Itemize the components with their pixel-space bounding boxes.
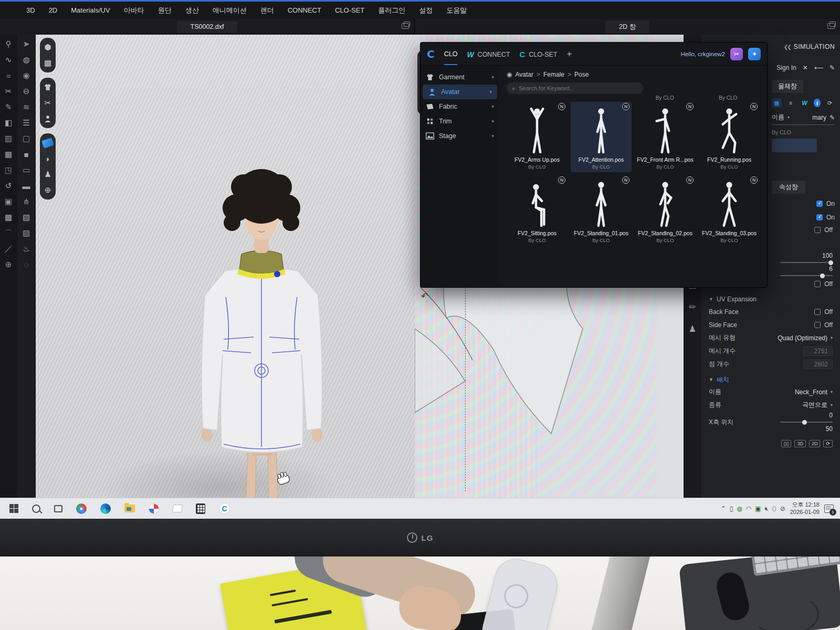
calculator-icon[interactable] [196, 503, 205, 514]
md-app-icon[interactable]: ✦ [748, 48, 761, 60]
two-ply-checkbox[interactable] [814, 281, 821, 287]
update-tray-icon[interactable]: ⊘ [780, 505, 785, 512]
2d-window-tab[interactable]: 2D 창 [605, 20, 649, 34]
chrome-icon[interactable] [76, 503, 87, 514]
reset-view-icon[interactable]: ⟳ [823, 440, 833, 447]
pinwheel-app-icon[interactable] [149, 503, 159, 514]
show-mannequin-icon[interactable]: ♟ [42, 169, 54, 180]
padding-tool-icon[interactable]: ▬ [19, 178, 34, 193]
garment-file-tab[interactable]: TS0002.dxf [177, 21, 238, 33]
select-tool-icon[interactable]: ➤ [19, 37, 34, 51]
shirt-zip-tool-icon[interactable]: ▧ [19, 210, 34, 225]
clo-app-icon[interactable]: C [219, 503, 230, 514]
arrangement-type-dropdown[interactable]: 곡면으로▾ [802, 401, 833, 410]
list-view-toggle-icon[interactable]: ≡ [786, 98, 796, 108]
menu-plugin[interactable]: 플러그인 [378, 6, 405, 15]
binding-tool-icon[interactable]: ■ [19, 147, 34, 162]
pose-item-standing-03[interactable]: N FV2_Standing_03.pos By CLO [699, 175, 760, 246]
pose-item-standing-02[interactable]: N FV2_Standing_02.pos By CLO [635, 175, 696, 246]
show-fabric-icon[interactable] [42, 137, 54, 149]
float-window-icon-2[interactable] [827, 23, 835, 29]
show-pins-icon[interactable]: ◗ [42, 153, 54, 164]
zipper-edit-tool-icon[interactable]: ☰ [19, 116, 34, 130]
menu-render[interactable]: 렌더 [260, 6, 274, 15]
tee-tool-icon[interactable]: ▣ [1, 194, 16, 209]
sidebar-item-avatar[interactable]: Avatar▾ [423, 85, 497, 99]
menu-settings[interactable]: 설정 [419, 6, 433, 15]
chevron-down-icon-3[interactable]: ▾ [491, 104, 494, 109]
info-icon-2[interactable]: i [814, 99, 821, 107]
menu-help[interactable]: 도움말 [446, 6, 467, 15]
collapse-chevrons-icon[interactable]: ❮❮ [784, 44, 791, 50]
show-garment-icon[interactable] [42, 81, 54, 93]
show-globe-icon[interactable]: ⊕ [42, 184, 54, 196]
pose-item-sitting[interactable]: N FV2_Sitting.pos By CLO [507, 175, 568, 246]
flatten-tool-icon[interactable]: ◳ [1, 163, 16, 177]
menu-avatar[interactable]: 아바타 [124, 6, 144, 15]
gpu-tray-icon[interactable]: ▣ [755, 505, 761, 512]
refit-tool-icon[interactable]: ↺ [1, 178, 16, 193]
pose-item-front-arm[interactable]: N FV2_Front Arm R...pos By CLO [635, 102, 696, 172]
search-box[interactable]: ⌕ [507, 82, 643, 94]
seamtape-tool-icon[interactable]: ▢ [19, 131, 34, 146]
object-window-tab[interactable]: 물체창 [772, 80, 803, 93]
x-position-value[interactable]: 0 [829, 412, 833, 419]
back-face-checkbox[interactable] [814, 309, 821, 315]
search-input[interactable] [519, 85, 638, 91]
menu-connect[interactable]: CONNECT [288, 6, 321, 14]
jacket-tool-icon[interactable]: ▥ [1, 131, 16, 146]
pose-item-arms-up[interactable]: N FV2_Arms Up.pos By CLO [507, 102, 568, 172]
start-button-icon[interactable] [9, 504, 18, 513]
show-3d-objects-icon[interactable]: ⬢ [42, 41, 54, 53]
edge-icon[interactable] [100, 503, 111, 514]
grid-view-toggle-icon[interactable]: ▦ [772, 98, 782, 108]
mesh-type-dropdown[interactable]: Quad (Optimized)▾ [778, 334, 833, 342]
triangle-icon-2[interactable]: ▼ [709, 297, 713, 302]
resolution-value[interactable]: 6 [829, 265, 833, 272]
texture-tool-icon[interactable]: ▩ [1, 210, 16, 225]
drape-tool-icon[interactable]: ▦ [1, 147, 16, 162]
button-tool-icon[interactable]: ◍ [19, 52, 34, 67]
button-place-tool-icon[interactable]: ◉ [19, 68, 34, 83]
connect-w-icon[interactable]: W [800, 98, 810, 108]
legs-tool-icon[interactable]: ⋔ [19, 194, 34, 209]
sidebar-item-trim[interactable]: Trim▾ [421, 114, 499, 129]
menu-2d[interactable]: 2D [49, 6, 58, 14]
menu-animation[interactable]: 애니메이션 [213, 6, 247, 15]
refresh-icon[interactable]: ⟳ [825, 98, 835, 108]
close-icon[interactable]: ✕ [803, 64, 808, 71]
chevron-down-icon-2[interactable]: ▾ [489, 89, 492, 94]
brush-tool-icon[interactable]: ✏ [685, 299, 700, 314]
taskbar-search-icon[interactable] [32, 505, 40, 513]
mouse-tray-icon[interactable]: ⬯ [772, 505, 776, 512]
pin-tool-icon[interactable]: ✎ [1, 100, 16, 114]
sidebar-item-stage[interactable]: Stage▾ [421, 129, 499, 143]
menu-materials-uv[interactable]: Materials/UV [71, 6, 110, 14]
pose-item-attention[interactable]: N FV2_Attention.pos By CLO [571, 102, 632, 172]
menu-clo-set[interactable]: CLO-SET [335, 6, 364, 14]
x-position-slider[interactable] [780, 422, 833, 423]
triangle-icon-3[interactable]: ▼ [709, 377, 713, 382]
sort-dropdown[interactable]: 이름▾ [772, 113, 790, 122]
side-face-checkbox[interactable] [814, 322, 821, 328]
pressure-tool-icon[interactable]: ⊕ [1, 257, 16, 272]
tab-clo-set[interactable]: C CLO-SET [519, 43, 557, 65]
avatar-tool-icon[interactable]: ♟ [685, 321, 700, 336]
sidebar-item-fabric[interactable]: Fabric▾ [421, 99, 499, 114]
avatar-3d-model[interactable] [193, 166, 330, 503]
pose-item-standing-01[interactable]: N FV2_Standing_01.pos By CLO [571, 175, 632, 246]
breadcrumb-female[interactable]: Female [543, 71, 564, 78]
sewing-free-tool-icon[interactable]: ≈ [1, 68, 16, 83]
seam-face-checkbox[interactable] [814, 227, 821, 233]
resolution-slider[interactable] [780, 275, 833, 276]
checkbox-on-2[interactable] [816, 214, 823, 220]
property-window-tab[interactable]: 속성창 [772, 181, 805, 194]
notes-app-icon[interactable] [172, 505, 183, 512]
notification-center-icon[interactable]: 1 [824, 505, 834, 513]
float-window-icon[interactable] [402, 23, 409, 29]
pose-item-running[interactable]: N FV2_Running.pos By CLO [699, 102, 760, 172]
misc-tool-icon[interactable]: ◌ [19, 257, 34, 272]
new-tab-button[interactable]: + [566, 49, 572, 59]
tab-connect[interactable]: W CONNECT [467, 43, 510, 65]
show-trims-icon[interactable]: ✂ [42, 97, 54, 109]
